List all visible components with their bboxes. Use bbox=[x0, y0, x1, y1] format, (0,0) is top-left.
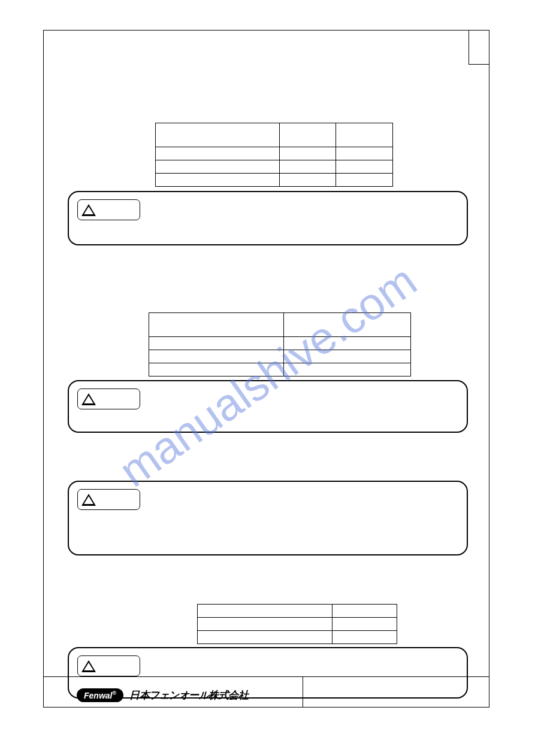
caution-badge bbox=[77, 489, 140, 510]
footer-logo: Fenwal® 日本フェンオール株式会社 bbox=[77, 688, 248, 702]
spec-table-3 bbox=[197, 604, 397, 644]
company-name-jp: 日本フェンオール株式会社 bbox=[129, 688, 248, 702]
caution-badge bbox=[77, 199, 140, 220]
footer-divider bbox=[44, 676, 489, 677]
footer-vertical-divider bbox=[303, 677, 304, 707]
warning-triangle-icon bbox=[81, 393, 96, 405]
caution-badge bbox=[77, 388, 140, 409]
registered-mark: ® bbox=[112, 690, 116, 696]
warning-triangle-icon bbox=[81, 204, 96, 216]
page-frame: Fenwal® 日本フェンオール株式会社 bbox=[43, 30, 489, 708]
brand-text: Fenwal bbox=[84, 691, 112, 700]
spec-table-2 bbox=[149, 312, 411, 377]
caution-callout-1 bbox=[68, 191, 468, 245]
caution-badge bbox=[77, 655, 140, 676]
warning-triangle-icon bbox=[81, 660, 96, 672]
warning-triangle-icon bbox=[81, 494, 96, 506]
corner-box bbox=[468, 30, 489, 65]
spec-table-1 bbox=[155, 123, 393, 187]
brand-pill: Fenwal® bbox=[77, 688, 123, 702]
caution-callout-2 bbox=[68, 380, 468, 433]
caution-callout-3 bbox=[68, 481, 468, 555]
